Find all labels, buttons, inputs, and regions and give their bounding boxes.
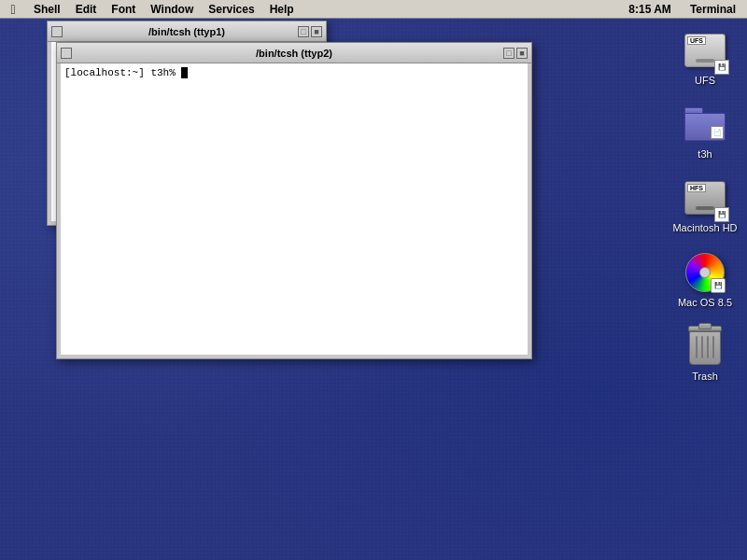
terminal-content-2[interactable]: [localhost:~] t3h% — [61, 63, 528, 355]
menu-shell[interactable]: Shell — [26, 0, 68, 19]
titlebar-2: /bin/tcsh (ttyp2) □ ■ — [57, 43, 531, 63]
cd-badge: 💾 — [711, 278, 726, 293]
menubar:  Shell Edit Font Window Services Help 8… — [0, 0, 747, 19]
trash-lines — [696, 336, 714, 358]
menu-services[interactable]: Services — [201, 0, 261, 19]
window-title-1: /bin/tcsh (ttyp1) — [148, 26, 225, 37]
close-button-1[interactable] — [51, 26, 63, 37]
terminal-prompt: [localhost:~] t3h% — [64, 67, 176, 78]
desktop-icon-trash[interactable]: Trash — [672, 324, 738, 383]
close-button-2[interactable] — [61, 48, 72, 59]
trash-line-3 — [707, 336, 709, 358]
t3h-label: t3h — [698, 148, 712, 161]
trash-icon-image — [683, 324, 727, 369]
macos85-label: Mac OS 8.5 — [678, 297, 732, 309]
trash-label: Trash — [692, 371, 718, 383]
cd-disc-icon: 💾 — [685, 253, 725, 292]
app-name: Terminal — [683, 0, 743, 19]
desktop-icon-macintosh-hd[interactable]: 💾 Macintosh HD — [672, 175, 738, 234]
ufs-icon-image: 💾 — [683, 28, 727, 73]
window-title-2: /bin/tcsh (ttyp2) — [256, 48, 332, 59]
folder-icon-image: 📄 — [683, 102, 727, 147]
desktop-icon-t3h[interactable]: 📄 t3h — [672, 102, 738, 161]
folder-badge: 📄 — [711, 126, 724, 139]
menu-edit[interactable]: Edit — [68, 0, 105, 19]
trash-line-1 — [696, 336, 698, 358]
trash-line-4 — [712, 336, 714, 358]
hd-icon-image: 💾 — [683, 175, 727, 220]
ufs-badge: 💾 — [714, 60, 729, 75]
apple-menu[interactable]:  — [4, 0, 22, 19]
collapse-button-1[interactable]: □ — [298, 26, 309, 37]
t3h-folder-icon: 📄 — [684, 107, 726, 141]
system-clock: 8:15 AM — [621, 3, 679, 16]
ufs-label: UFS — [695, 75, 715, 87]
trash-body — [689, 331, 721, 365]
trash-line-2 — [701, 336, 703, 358]
menu-window[interactable]: Window — [143, 0, 201, 19]
menu-font[interactable]: Font — [104, 0, 143, 19]
desktop-icons: 💾 UFS 📄 t3h 💾 Macintosh HD 💾 Mac OS 8.5 — [672, 28, 738, 383]
titlebar-1: /bin/tcsh (ttyp1) □ ■ — [48, 21, 326, 42]
zoom-button-1[interactable]: ■ — [311, 26, 322, 37]
macintosh-hd-label: Macintosh HD — [672, 222, 737, 234]
collapse-button-2[interactable]: □ — [503, 48, 514, 59]
cd-icon-image: 💾 — [683, 250, 727, 295]
hd-badge: 💾 — [714, 207, 729, 222]
zoom-button-2[interactable]: ■ — [516, 48, 528, 59]
menu-help[interactable]: Help — [262, 0, 302, 19]
trash-can-icon — [686, 326, 724, 367]
terminal-cursor — [181, 67, 188, 78]
desktop-icon-macos85[interactable]: 💾 Mac OS 8.5 — [672, 250, 738, 309]
desktop-icon-ufs[interactable]: 💾 UFS — [672, 28, 738, 87]
terminal-window-2: /bin/tcsh (ttyp2) □ ■ [localhost:~] t3h% — [56, 42, 532, 359]
